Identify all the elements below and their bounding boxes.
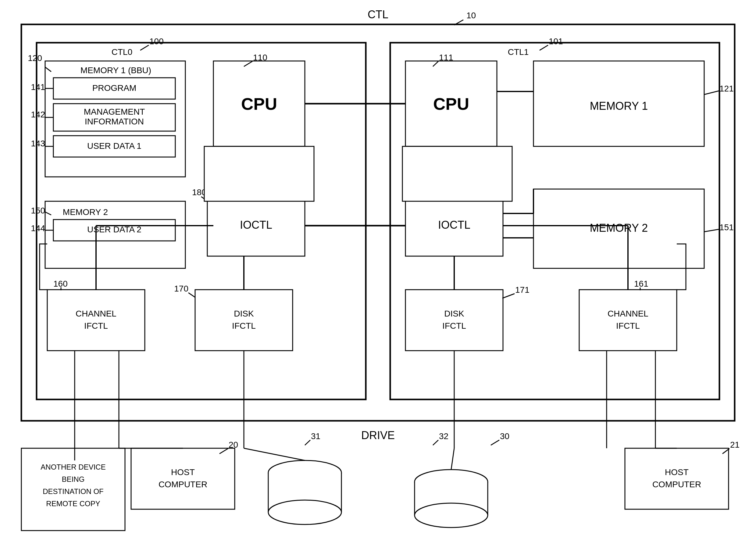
another-device-label3: DESTINATION OF bbox=[43, 487, 104, 496]
host-right-label1: HOST bbox=[665, 468, 689, 477]
host-left-label1: HOST bbox=[171, 468, 195, 477]
ref-141: 141 bbox=[31, 82, 45, 92]
ref-170: 170 bbox=[174, 284, 188, 293]
another-device-label1: ANOTHER DEVICE bbox=[41, 463, 105, 471]
ref-30-arrow bbox=[491, 440, 499, 445]
ctl0-label: CTL0 bbox=[112, 47, 132, 57]
ref-161: 161 bbox=[634, 279, 648, 289]
ref-21: 21 bbox=[730, 440, 740, 450]
channel-ifctl1-label2: IFCTL bbox=[616, 321, 640, 331]
ref-32-arrow bbox=[433, 440, 438, 445]
bus131-box bbox=[403, 146, 512, 201]
disk1-drive2-line bbox=[451, 448, 454, 470]
channel-ifctl0-label1: CHANNEL bbox=[76, 309, 116, 318]
drive2-bottom bbox=[415, 503, 488, 528]
ref-142: 142 bbox=[31, 110, 45, 119]
ref-120: 120 bbox=[28, 53, 42, 63]
ref-151: 151 bbox=[719, 222, 734, 232]
disk-ifctl0-box bbox=[195, 290, 293, 351]
ref-32: 32 bbox=[439, 432, 449, 441]
memory1-bbu-label: MEMORY 1 (BBU) bbox=[80, 66, 151, 75]
ref-171: 171 bbox=[515, 285, 530, 295]
mgmt-info-label2: INFORMATION bbox=[85, 117, 144, 126]
another-device-label2: BEING bbox=[62, 475, 85, 483]
diagram: CTL 10 CTL0 100 CTL1 101 CPU 110 MEMORY … bbox=[0, 0, 756, 551]
ref-110: 110 bbox=[253, 53, 267, 62]
channel-ifctl0-label2: IFCTL bbox=[84, 321, 108, 331]
ioctl0-label: IOCTL bbox=[240, 218, 272, 231]
bus130-box bbox=[204, 146, 314, 201]
mgmt-info-label1: MANAGEMENT bbox=[84, 107, 145, 116]
channel-ifctl0-box bbox=[47, 290, 145, 351]
ref-100: 100 bbox=[149, 37, 164, 46]
disk-ifctl0-label1: DISK bbox=[234, 309, 254, 318]
ref-144: 144 bbox=[31, 223, 45, 233]
channel-ifctl1-box bbox=[579, 290, 677, 351]
disk-ifctl1-label1: DISK bbox=[444, 309, 464, 318]
program-label: PROGRAM bbox=[92, 83, 137, 93]
ctl1-label: CTL1 bbox=[508, 47, 529, 57]
userdata1-label: USER DATA 1 bbox=[87, 141, 141, 151]
disk0-drive1-line bbox=[244, 448, 305, 460]
ref-150: 150 bbox=[31, 206, 45, 215]
host-left-box bbox=[131, 448, 235, 509]
ref-111: 111 bbox=[439, 53, 453, 62]
memory1-ctl1-label: MEMORY 1 bbox=[590, 100, 648, 112]
ref-10: 10 bbox=[467, 11, 476, 20]
ref-31: 31 bbox=[311, 432, 320, 441]
ioctl1-label: IOCTL bbox=[438, 218, 470, 231]
ctl-label: CTL bbox=[367, 8, 389, 21]
disk-ifctl1-label2: IFCTL bbox=[442, 321, 466, 331]
host-right-box bbox=[625, 448, 729, 509]
another-device-label4: REMOTE COPY bbox=[46, 499, 100, 508]
drive1-bottom bbox=[268, 500, 341, 524]
ref-30: 30 bbox=[500, 432, 509, 441]
cpu1-label: CPU bbox=[433, 94, 469, 113]
memory2-ctl0-label: MEMORY 2 bbox=[63, 207, 108, 217]
ref-121: 121 bbox=[719, 84, 734, 93]
channel-ifctl1-label1: CHANNEL bbox=[608, 309, 648, 318]
cpu0-label: CPU bbox=[241, 94, 277, 113]
ref-143: 143 bbox=[31, 139, 45, 148]
ref-160: 160 bbox=[53, 279, 68, 289]
disk-ifctl1-box bbox=[406, 290, 503, 351]
disk-ifctl0-label2: IFCTL bbox=[232, 321, 256, 331]
host-right-label2: COMPUTER bbox=[652, 480, 701, 489]
memory2-ctl1-label: MEMORY 2 bbox=[590, 222, 648, 234]
ref-31-arrow bbox=[305, 440, 310, 445]
drive-label: DRIVE bbox=[361, 429, 395, 442]
host-left-label2: COMPUTER bbox=[158, 480, 207, 489]
ref-101: 101 bbox=[549, 37, 563, 46]
ref-20: 20 bbox=[229, 440, 238, 450]
